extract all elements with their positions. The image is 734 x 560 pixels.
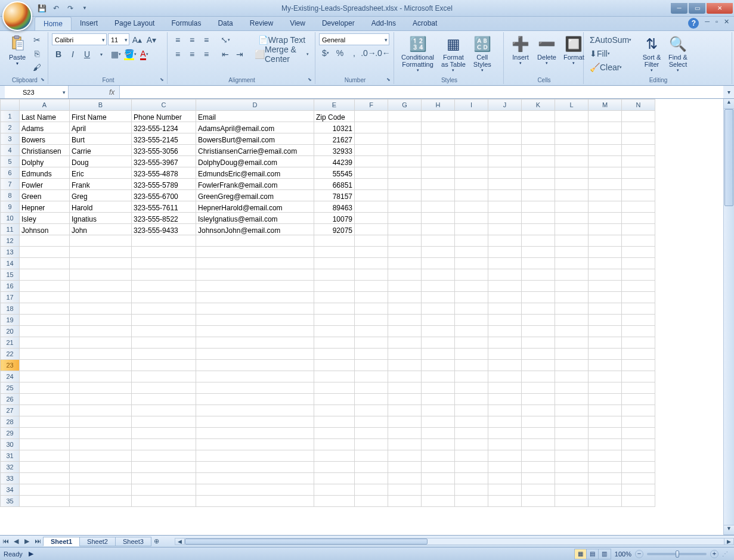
cell-F26[interactable] xyxy=(355,394,388,405)
increase-decimal-icon[interactable]: .0→ xyxy=(362,46,375,60)
align-center-icon[interactable]: ≡ xyxy=(185,48,199,61)
cell-L34[interactable] xyxy=(555,484,589,496)
cell-I18[interactable] xyxy=(455,303,488,315)
cell-F35[interactable] xyxy=(355,496,388,507)
cell-B33[interactable] xyxy=(70,473,132,484)
shrink-font-icon[interactable]: A▾ xyxy=(145,33,158,46)
row-header-20[interactable]: 20 xyxy=(1,326,20,337)
sheet-tab-sheet2[interactable]: Sheet2 xyxy=(79,537,116,546)
align-right-icon[interactable]: ≡ xyxy=(200,48,213,61)
cell-H6[interactable] xyxy=(422,167,455,179)
cell-M34[interactable] xyxy=(589,484,622,496)
cell-J17[interactable] xyxy=(488,292,522,303)
number-dialog-launcher-icon[interactable]: ⬊ xyxy=(386,77,392,83)
cell-H27[interactable] xyxy=(422,405,455,416)
row-header-3[interactable]: 3 xyxy=(1,133,20,145)
cell-L30[interactable] xyxy=(555,439,589,450)
insert-button[interactable]: ➕ Insert▾ xyxy=(507,33,534,67)
row-header-4[interactable]: 4 xyxy=(1,145,20,156)
cell-I2[interactable] xyxy=(455,122,488,133)
tab-acrobat[interactable]: Acrobat xyxy=(404,17,445,30)
cell-C4[interactable]: 323-555-3056 xyxy=(132,145,196,156)
cell-F19[interactable] xyxy=(355,315,388,326)
row-header-35[interactable]: 35 xyxy=(1,496,20,507)
cell-N19[interactable] xyxy=(622,315,655,326)
cell-F33[interactable] xyxy=(355,473,388,484)
cell-N24[interactable] xyxy=(622,371,655,382)
cell-L24[interactable] xyxy=(555,371,589,382)
cell-K1[interactable] xyxy=(522,111,555,122)
cell-I24[interactable] xyxy=(455,371,488,382)
cell-H33[interactable] xyxy=(422,473,455,484)
cell-C33[interactable] xyxy=(132,473,196,484)
cell-I4[interactable] xyxy=(455,145,488,156)
cell-C19[interactable] xyxy=(132,315,196,326)
cell-G7[interactable] xyxy=(388,179,422,190)
cell-F11[interactable] xyxy=(355,224,388,235)
cell-E1[interactable]: Zip Code xyxy=(314,111,355,122)
font-color-icon[interactable]: A▾ xyxy=(138,48,151,61)
cell-G4[interactable] xyxy=(388,145,422,156)
cell-N7[interactable] xyxy=(622,179,655,190)
cell-E2[interactable]: 10321 xyxy=(314,122,355,133)
zoom-slider[interactable] xyxy=(647,553,707,555)
cell-I33[interactable] xyxy=(455,473,488,484)
cell-J24[interactable] xyxy=(488,371,522,382)
cell-J4[interactable] xyxy=(488,145,522,156)
cell-I23[interactable] xyxy=(455,360,488,371)
col-header-M[interactable]: M xyxy=(589,99,622,111)
cell-M4[interactable] xyxy=(589,145,622,156)
underline-icon[interactable]: U xyxy=(80,48,94,61)
cell-D20[interactable] xyxy=(196,326,314,337)
cell-N2[interactable] xyxy=(622,122,655,133)
row-header-9[interactable]: 9 xyxy=(1,201,20,213)
cell-J10[interactable] xyxy=(488,213,522,224)
cell-E29[interactable] xyxy=(314,428,355,439)
cell-I20[interactable] xyxy=(455,326,488,337)
cell-M32[interactable] xyxy=(589,462,622,473)
cell-K2[interactable] xyxy=(522,122,555,133)
cell-L7[interactable] xyxy=(555,179,589,190)
cell-E26[interactable] xyxy=(314,394,355,405)
cell-F20[interactable] xyxy=(355,326,388,337)
cell-B4[interactable]: Carrie xyxy=(70,145,132,156)
cell-C10[interactable]: 323-555-8522 xyxy=(132,213,196,224)
cell-C20[interactable] xyxy=(132,326,196,337)
cell-K29[interactable] xyxy=(522,428,555,439)
close-button[interactable]: ✕ xyxy=(707,3,733,14)
cell-I12[interactable] xyxy=(455,235,488,247)
autosum-button[interactable]: Σ AutoSum ▾ xyxy=(587,33,639,46)
cell-K6[interactable] xyxy=(522,167,555,179)
cell-G30[interactable] xyxy=(388,439,422,450)
cell-L19[interactable] xyxy=(555,315,589,326)
cell-A25[interactable] xyxy=(20,382,70,394)
row-header-27[interactable]: 27 xyxy=(1,405,20,416)
cell-B17[interactable] xyxy=(70,292,132,303)
fx-icon[interactable]: fx xyxy=(104,88,119,97)
page-break-view-icon[interactable]: ▥ xyxy=(599,549,611,559)
cell-E21[interactable] xyxy=(314,337,355,349)
cell-L14[interactable] xyxy=(555,258,589,269)
font-dialog-launcher-icon[interactable]: ⬊ xyxy=(160,77,166,83)
cell-L35[interactable] xyxy=(555,496,589,507)
cell-K9[interactable] xyxy=(522,201,555,213)
cell-D18[interactable] xyxy=(196,303,314,315)
cell-L31[interactable] xyxy=(555,450,589,462)
cell-B34[interactable] xyxy=(70,484,132,496)
decrease-indent-icon[interactable]: ⇤ xyxy=(219,48,232,61)
cell-D9[interactable]: HepnerHarold@email.com xyxy=(196,201,314,213)
cell-I16[interactable] xyxy=(455,281,488,292)
row-header-29[interactable]: 29 xyxy=(1,428,20,439)
cell-K32[interactable] xyxy=(522,462,555,473)
cell-D29[interactable] xyxy=(196,428,314,439)
cell-N1[interactable] xyxy=(622,111,655,122)
cell-M9[interactable] xyxy=(589,201,622,213)
cell-L3[interactable] xyxy=(555,133,589,145)
cell-D14[interactable] xyxy=(196,258,314,269)
cell-M12[interactable] xyxy=(589,235,622,247)
cell-E20[interactable] xyxy=(314,326,355,337)
cell-A8[interactable]: Green xyxy=(20,190,70,201)
cell-M31[interactable] xyxy=(589,450,622,462)
format-painter-icon[interactable]: 🖌 xyxy=(30,61,44,74)
scroll-down-icon[interactable]: ▼ xyxy=(724,525,734,535)
